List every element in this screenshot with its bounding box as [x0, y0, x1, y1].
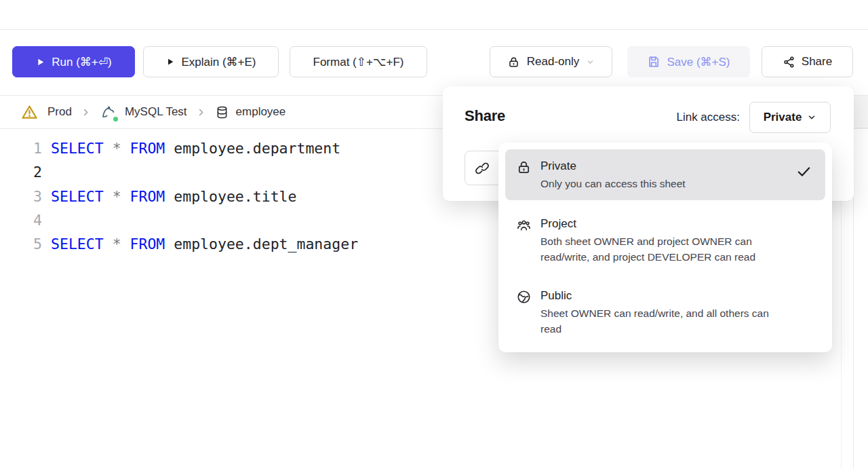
format-button[interactable]: Format (⇧+⌥+F) — [290, 46, 427, 77]
lock-icon — [507, 56, 520, 69]
readonly-mode-button[interactable]: Read-only — [490, 46, 612, 77]
line-number: 1 — [0, 140, 42, 157]
instance-label: MySQL Test — [125, 105, 187, 119]
connection-status-dot — [112, 115, 119, 123]
check-icon — [796, 164, 812, 182]
side-panel-sliver — [854, 96, 868, 128]
share-dialog-title: Share — [465, 107, 505, 125]
user-group-icon — [516, 217, 532, 236]
code-text: SELECT * FROM employee.department — [51, 140, 340, 157]
warning-triangle-icon — [20, 103, 39, 121]
link-icon — [475, 161, 490, 176]
globe-icon — [516, 289, 532, 307]
play-icon — [165, 57, 175, 67]
breadcrumb-database[interactable]: employee — [215, 105, 286, 119]
line-number: 2 — [0, 164, 42, 181]
share-button-label: Share — [802, 55, 832, 69]
save-floppy-icon — [647, 55, 660, 69]
link-access-value: Private — [764, 111, 802, 124]
play-icon — [35, 57, 45, 67]
share-button[interactable]: Share — [762, 46, 853, 77]
menu-item-title: Public — [540, 288, 814, 304]
environment-label: Prod — [47, 105, 72, 119]
save-button-label: Save (⌘+S) — [667, 55, 730, 69]
chevron-right-icon — [81, 107, 91, 117]
chevron-right-icon — [196, 107, 206, 117]
line-number: 4 — [0, 212, 42, 229]
run-button[interactable]: Run (⌘+⏎) — [12, 46, 135, 77]
menu-item-description: Sheet OWNER can read/write, and all othe… — [540, 305, 814, 337]
menu-item-title: Project — [540, 216, 814, 232]
chevron-down-icon — [807, 113, 816, 122]
menu-item-project[interactable]: Project Both sheet OWNER and project OWN… — [505, 207, 825, 274]
menu-item-description: Only you can access this sheet — [540, 176, 787, 191]
format-button-label: Format (⇧+⌥+F) — [313, 55, 404, 69]
link-access-label: Link access: — [676, 102, 740, 133]
run-button-label: Run (⌘+⏎) — [52, 55, 111, 69]
menu-item-title: Private — [540, 158, 787, 174]
explain-button-label: Explain (⌘+E) — [181, 55, 256, 69]
link-access-menu: Private Only you can access this sheet P… — [498, 143, 832, 352]
code-text: SELECT * FROM employee.dept_manager — [51, 236, 358, 252]
breadcrumb-instance[interactable]: MySQL Test — [100, 103, 187, 121]
database-icon — [215, 105, 229, 119]
share-nodes-icon — [783, 56, 795, 69]
menu-item-public[interactable]: Public Sheet OWNER can read/write, and a… — [505, 279, 825, 345]
line-number: 3 — [0, 188, 42, 205]
readonly-label: Read-only — [527, 55, 580, 69]
database-label: employee — [236, 105, 286, 119]
explain-button[interactable]: Explain (⌘+E) — [143, 46, 279, 77]
menu-item-private[interactable]: Private Only you can access this sheet — [505, 149, 825, 200]
mysql-icon — [100, 103, 118, 121]
link-access-dropdown-button[interactable]: Private — [749, 102, 831, 133]
lock-icon — [516, 160, 532, 178]
save-button[interactable]: Save (⌘+S) — [627, 46, 750, 77]
chevron-down-icon — [586, 58, 595, 67]
menu-item-description: Both sheet OWNER and project OWNER can r… — [540, 233, 814, 265]
window-top-bar — [0, 0, 868, 30]
breadcrumb-environment[interactable]: Prod — [47, 105, 72, 119]
code-text: SELECT * FROM employee.title — [51, 188, 296, 205]
line-number: 5 — [0, 236, 42, 252]
